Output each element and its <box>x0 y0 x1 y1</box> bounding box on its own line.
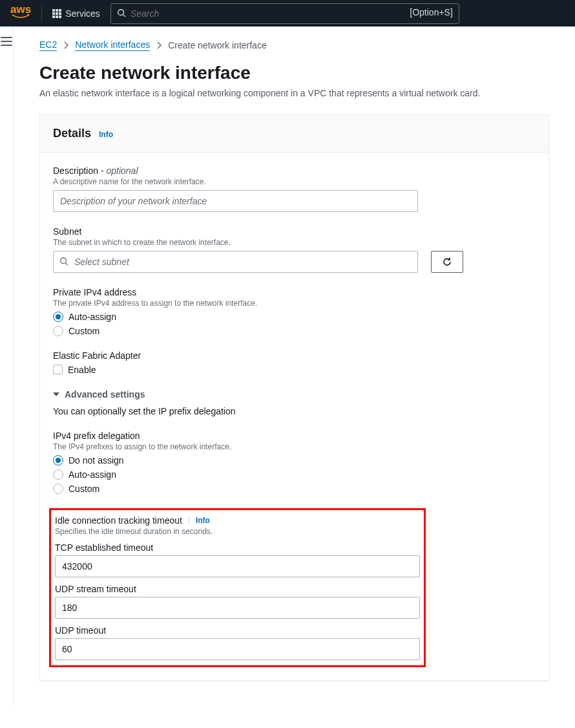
radio-icon <box>53 312 63 322</box>
ipv4-auto-label: Auto-assign <box>68 312 116 322</box>
chevron-right-icon <box>63 41 68 49</box>
tcp-timeout-label: TCP established timeout <box>55 542 420 553</box>
ipv4-label: Private IPv4 address <box>53 287 536 297</box>
breadcrumb-current: Create network interface <box>168 40 267 50</box>
svg-point-0 <box>118 9 124 15</box>
radio-icon <box>53 455 63 466</box>
ipv4-custom-radio[interactable]: Custom <box>53 326 536 336</box>
separator <box>189 516 189 525</box>
refresh-button[interactable] <box>431 251 463 273</box>
panel-info-link[interactable]: Info <box>99 130 113 139</box>
prefix-auto-label: Auto-assign <box>68 469 116 480</box>
radio-icon <box>53 326 63 336</box>
aws-logo[interactable]: aws <box>10 6 31 19</box>
svg-line-3 <box>66 262 68 265</box>
search-shortcut-hint: [Option+S] <box>410 7 453 17</box>
timeout-section-label: Idle connection tracking timeout <box>55 515 182 526</box>
ipv4-auto-radio[interactable]: Auto-assign <box>53 312 536 322</box>
subnet-select[interactable] <box>53 251 418 273</box>
subnet-label: Subnet <box>53 226 536 237</box>
advanced-settings-note: You can optionally set the IP prefix del… <box>53 406 536 416</box>
prefix-custom-radio[interactable]: Custom <box>53 484 536 494</box>
prefix-auto-radio[interactable]: Auto-assign <box>53 469 536 480</box>
page-title: Create network interface <box>39 63 549 83</box>
prefix-none-label: Do not assign <box>68 455 124 466</box>
efa-enable-label: Enable <box>68 365 96 375</box>
description-input[interactable] <box>53 190 418 212</box>
breadcrumb: EC2 Network interfaces Create network in… <box>39 39 549 51</box>
ipv4-field: Private IPv4 address The private IPv4 ad… <box>53 287 536 336</box>
optional-label: optional <box>106 166 138 176</box>
idle-timeout-highlight: Idle connection tracking timeout Info Sp… <box>49 508 426 667</box>
efa-enable-checkbox[interactable]: Enable <box>53 365 536 375</box>
timeout-info-link[interactable]: Info <box>196 516 210 525</box>
prefix-none-radio[interactable]: Do not assign <box>53 455 536 466</box>
prefix-field: IPv4 prefix delegation The IPv4 prefixes… <box>53 431 536 494</box>
page-subtitle: An elastic network interface is a logica… <box>39 87 549 100</box>
global-search: [Option+S] <box>110 3 459 24</box>
tcp-timeout-input[interactable] <box>55 555 420 577</box>
ipv4-custom-label: Custom <box>68 326 99 336</box>
description-help: A descriptive name for the network inter… <box>53 177 536 186</box>
breadcrumb-network-interfaces-link[interactable]: Network interfaces <box>75 39 150 51</box>
services-label: Services <box>65 8 100 19</box>
search-icon <box>59 257 68 266</box>
search-icon <box>117 8 126 17</box>
udp-timeout-input[interactable] <box>55 638 420 660</box>
timeout-help: Specifies the idle timeout duration in s… <box>55 527 420 536</box>
efa-label: Elastic Fabric Adapter <box>53 350 536 361</box>
udp-timeout-label: UDP timeout <box>55 625 420 636</box>
grid-icon <box>52 9 61 18</box>
description-field: Description - optional A descriptive nam… <box>53 166 536 212</box>
sidebar-gutter <box>0 27 14 707</box>
details-panel: Details Info Description - optional A de… <box>39 114 549 681</box>
chevron-down-icon <box>53 392 59 396</box>
svg-line-1 <box>123 14 125 17</box>
prefix-help: The IPv4 prefixes to assign to the netwo… <box>53 442 536 451</box>
checkbox-icon <box>53 365 63 374</box>
advanced-settings-toggle[interactable]: Advanced settings <box>53 389 536 400</box>
radio-icon <box>53 484 63 494</box>
svg-point-2 <box>61 257 67 263</box>
panel-title: Details <box>53 127 91 140</box>
top-navigation: aws Services [Option+S] <box>0 0 575 27</box>
nav-separator <box>41 6 42 21</box>
subnet-field: Subnet The subnet in which to create the… <box>53 226 536 273</box>
chevron-right-icon <box>156 41 162 49</box>
efa-field: Elastic Fabric Adapter Enable <box>53 350 536 375</box>
prefix-label: IPv4 prefix delegation <box>53 431 536 441</box>
subnet-help: The subnet in which to create the networ… <box>53 238 536 247</box>
sidebar-toggle-button[interactable] <box>1 37 12 46</box>
description-label: Description - <box>53 166 106 176</box>
udp-stream-timeout-label: UDP stream timeout <box>55 584 420 594</box>
ipv4-help: The private IPv4 address to assign to th… <box>53 299 536 308</box>
breadcrumb-ec2-link[interactable]: EC2 <box>39 39 57 51</box>
services-menu-button[interactable]: Services <box>52 8 100 19</box>
radio-icon <box>53 469 63 480</box>
search-input[interactable] <box>110 3 459 24</box>
advanced-settings-label: Advanced settings <box>65 389 145 400</box>
udp-stream-timeout-input[interactable] <box>55 597 420 619</box>
prefix-custom-label: Custom <box>68 484 99 494</box>
refresh-icon <box>442 257 452 267</box>
